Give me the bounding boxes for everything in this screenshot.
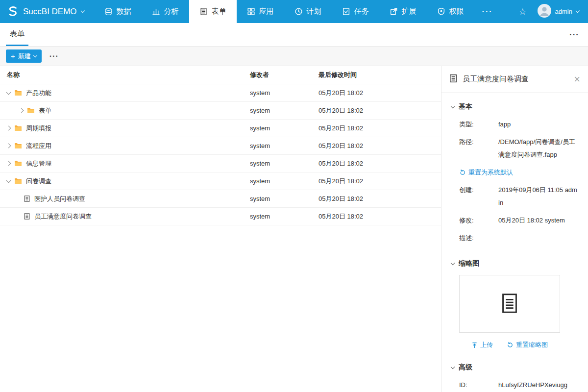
plus-icon: + bbox=[11, 52, 15, 60]
reset-thumbnail-link[interactable]: 重置缩略图 bbox=[507, 339, 548, 351]
table-row[interactable]: 产品功能system05月20日 18:02 bbox=[0, 84, 441, 102]
table-row[interactable]: 表单system05月20日 18:02 bbox=[0, 102, 441, 120]
new-button[interactable]: + 新建 bbox=[6, 49, 42, 63]
advanced-section: 高级 ID: hLufsyfZRUeHPXeviugg bbox=[441, 353, 588, 392]
field-description: 描述: bbox=[459, 232, 578, 245]
nav-item-permission[interactable]: 权限 bbox=[427, 0, 474, 23]
field-id: ID: hLufsyfZRUeHPXeviugg bbox=[459, 379, 578, 392]
new-button-label: 新建 bbox=[18, 52, 31, 61]
shield-icon bbox=[437, 7, 445, 16]
row-name: 表单 bbox=[39, 106, 51, 115]
thumbnail-section: 缩略图 bbox=[441, 249, 588, 351]
detail-title: 员工满意度问卷调查 bbox=[463, 74, 569, 84]
row-name: 周期填报 bbox=[26, 124, 51, 133]
chevron-right-icon[interactable] bbox=[6, 144, 11, 148]
nav-item-data[interactable]: 数据 bbox=[94, 0, 142, 23]
page-more-button[interactable]: ··· bbox=[569, 30, 579, 40]
topbar: SuccBI DEMO 数据分析表单应用计划任务扩展权限 ··· ☆ admin bbox=[0, 0, 588, 23]
nav-item-task[interactable]: 任务 bbox=[332, 0, 379, 23]
nav-item-label: 权限 bbox=[449, 7, 464, 16]
nav-item-label: 分析 bbox=[164, 7, 179, 16]
advanced-section-header[interactable]: 高级 bbox=[451, 363, 578, 372]
field-created: 创建: 2019年09月06日 11:05 admin bbox=[459, 184, 578, 209]
chevron-right-icon[interactable] bbox=[6, 126, 11, 131]
document-icon bbox=[449, 74, 458, 84]
basic-section-title: 基本 bbox=[459, 102, 472, 111]
folder-icon bbox=[14, 143, 22, 149]
row-modified-time: 05月20日 18:02 bbox=[318, 106, 441, 115]
extension-icon bbox=[390, 7, 398, 16]
folder-icon bbox=[14, 125, 22, 132]
chevron-down-icon bbox=[80, 9, 84, 13]
document-icon bbox=[498, 292, 521, 316]
column-header-name: 名称 bbox=[0, 71, 250, 79]
nav-item-label: 任务 bbox=[354, 7, 369, 16]
column-header-modifier: 修改者 bbox=[250, 71, 318, 79]
chevron-down-icon[interactable] bbox=[6, 90, 11, 95]
reset-default-link[interactable]: 重置为系统默认 bbox=[459, 166, 513, 179]
nav-item-apps[interactable]: 应用 bbox=[237, 0, 284, 23]
close-icon[interactable]: × bbox=[574, 74, 580, 85]
nav-item-extension[interactable]: 扩展 bbox=[379, 0, 427, 23]
row-modifier: system bbox=[250, 142, 318, 149]
row-name: 流程应用 bbox=[26, 142, 51, 150]
nav-item-form[interactable]: 表单 bbox=[189, 0, 237, 23]
chevron-down-icon bbox=[33, 53, 37, 57]
chevron-right-icon[interactable] bbox=[19, 108, 24, 113]
chevron-down-icon bbox=[451, 104, 455, 108]
brand-label: SuccBI DEMO bbox=[23, 7, 77, 17]
table-row[interactable]: 周期填报system05月20日 18:02 bbox=[0, 120, 441, 137]
row-modified-time: 05月20日 18:02 bbox=[318, 124, 441, 133]
chevron-right-icon[interactable] bbox=[6, 161, 11, 166]
table-row[interactable]: 信息管理system05月20日 18:02 bbox=[0, 155, 441, 172]
row-name: 问卷调查 bbox=[26, 177, 51, 186]
thumbnail-section-title: 缩略图 bbox=[459, 259, 479, 268]
advanced-section-title: 高级 bbox=[459, 363, 472, 372]
favorite-star-icon[interactable]: ☆ bbox=[518, 7, 526, 16]
basic-section-header[interactable]: 基本 bbox=[451, 102, 578, 111]
table-row[interactable]: 问卷调查system05月20日 18:02 bbox=[0, 172, 441, 190]
thumbnail-section-header[interactable]: 缩略图 bbox=[451, 259, 578, 268]
table-row[interactable]: 员工满意度问卷调查system05月20日 18:02 bbox=[0, 208, 441, 225]
folder-icon bbox=[14, 90, 22, 97]
username: admin bbox=[555, 8, 572, 15]
upload-link[interactable]: 上传 bbox=[471, 339, 493, 351]
row-modifier: system bbox=[250, 177, 318, 185]
task-icon bbox=[342, 7, 350, 16]
nav-item-plan[interactable]: 计划 bbox=[284, 0, 332, 23]
row-name: 员工满意度问卷调查 bbox=[34, 212, 92, 221]
folder-icon bbox=[14, 160, 22, 167]
nav-item-label: 应用 bbox=[259, 7, 274, 16]
nav-item-label: 表单 bbox=[212, 7, 226, 16]
row-name: 产品功能 bbox=[26, 89, 51, 98]
detail-header: 员工满意度问卷调查 × bbox=[441, 66, 588, 93]
user-menu[interactable]: admin bbox=[538, 4, 579, 19]
table-row[interactable]: 医护人员问卷调查system05月20日 18:02 bbox=[0, 190, 441, 208]
row-modifier: system bbox=[250, 195, 318, 202]
page-header: 表单 ··· bbox=[0, 23, 588, 47]
toolbar: + 新建 ··· bbox=[0, 47, 588, 66]
row-modifier: system bbox=[250, 160, 318, 167]
brand-menu[interactable]: SuccBI DEMO bbox=[0, 0, 94, 23]
document-icon bbox=[24, 213, 30, 220]
avatar bbox=[538, 4, 551, 19]
row-modifier: system bbox=[250, 124, 318, 132]
nav-item-label: 扩展 bbox=[402, 7, 416, 16]
table-row[interactable]: 流程应用system05月20日 18:02 bbox=[0, 137, 441, 155]
reset-icon bbox=[507, 342, 514, 348]
table-header: 名称 修改者 最后修改时间 bbox=[0, 66, 441, 84]
topbar-nav: 数据分析表单应用计划任务扩展权限 bbox=[94, 0, 474, 23]
toolbar-more-button[interactable]: ··· bbox=[49, 52, 59, 61]
nav-item-label: 计划 bbox=[307, 7, 321, 16]
page-tab-form[interactable]: 表单 bbox=[6, 23, 28, 46]
succbi-logo-icon bbox=[6, 5, 19, 18]
chevron-down-icon bbox=[451, 261, 455, 265]
chevron-down-icon[interactable] bbox=[6, 178, 11, 183]
row-modified-time: 05月20日 18:02 bbox=[318, 212, 441, 221]
nav-item-analysis[interactable]: 分析 bbox=[142, 0, 189, 23]
row-name: 医护人员问卷调查 bbox=[34, 195, 85, 203]
row-modified-time: 05月20日 18:02 bbox=[318, 89, 441, 98]
row-modifier: system bbox=[250, 213, 318, 220]
field-modified: 修改: 05月20日 18:02 system bbox=[459, 214, 578, 227]
topbar-more-button[interactable]: ··· bbox=[474, 0, 501, 23]
